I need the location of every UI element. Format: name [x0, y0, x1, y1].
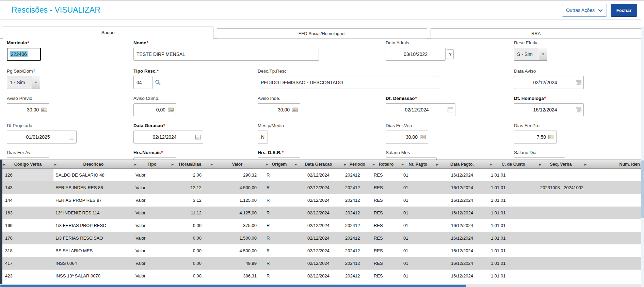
table-cell[interactable]: 16/12/2024	[435, 207, 489, 219]
table-cell[interactable]: 0,00	[171, 232, 210, 244]
aviso-previo-input[interactable]: 30,00	[7, 103, 49, 116]
table-row[interactable]: 417INSS 0064Valor0,0049,89R02/12/2024202…	[2, 257, 641, 270]
table-cell[interactable]: INSS 0064	[53, 257, 133, 270]
table-cell[interactable]: R	[265, 232, 294, 244]
table-cell[interactable]	[583, 257, 641, 270]
table-cell[interactable]: 49,89	[210, 257, 265, 270]
table-cell[interactable]: RES	[372, 169, 401, 181]
table-cell[interactable]: 02/12/2024	[294, 244, 343, 257]
table-cell[interactable]: Valor	[133, 270, 171, 282]
table-cell[interactable]	[538, 169, 583, 181]
table-cell[interactable]: 12,12	[171, 181, 210, 194]
table-cell[interactable]: R	[265, 181, 294, 194]
table-cell[interactable]: 16/12/2024	[435, 270, 489, 282]
table-cell[interactable]: 202412	[343, 257, 372, 270]
table-cell[interactable]: RES	[372, 232, 401, 244]
column-header-horas-dias[interactable]: ▶Horas/Dias	[171, 160, 210, 168]
table-row[interactable]: 1701/3 FERIAS RESCISAOValor0,001.500,00R…	[2, 232, 641, 244]
data-aviso-input[interactable]: 02/12/2024	[514, 76, 584, 89]
table-cell[interactable]: 2,00	[171, 169, 210, 181]
calculator-button[interactable]	[548, 135, 554, 139]
table-cell[interactable]	[538, 270, 583, 282]
table-cell[interactable]: 1.01.01	[489, 244, 538, 257]
table-cell[interactable]: 1.01.01	[489, 257, 538, 270]
table-cell[interactable]: 0,00	[171, 219, 210, 232]
horizontal-scrollbar[interactable]	[0, 284, 641, 287]
table-cell[interactable]: 202412	[343, 194, 372, 207]
table-cell[interactable]: 0,00	[171, 257, 210, 270]
table-cell[interactable]: 1.01.01	[489, 219, 538, 232]
calculator-button[interactable]	[420, 135, 426, 139]
table-cell[interactable]: R	[265, 270, 294, 282]
table-cell[interactable]: 3,12	[171, 194, 210, 207]
vertical-scrollbar-thumb[interactable]	[641, 160, 644, 218]
table-cell[interactable]: FERIAS INDEN RES 86	[53, 181, 133, 194]
table-cell[interactable]: 1.01.01	[489, 194, 538, 207]
table-cell[interactable]	[583, 181, 641, 194]
table-cell[interactable]: 02/12/2024	[294, 219, 343, 232]
table-cell[interactable]: Valor	[133, 181, 171, 194]
dt-projetada-input[interactable]: 01/01/2025	[7, 131, 77, 144]
table-cell[interactable]: RES	[372, 257, 401, 270]
pg-sabdom-select[interactable]: 1 - Sim ▼	[7, 76, 40, 89]
table-cell[interactable]: RES	[372, 244, 401, 257]
table-cell[interactable]	[538, 207, 583, 219]
table-cell[interactable]: 202412	[343, 207, 372, 219]
table-cell[interactable]: R	[265, 257, 294, 270]
table-cell[interactable]: 01	[401, 169, 435, 181]
table-cell[interactable]: 1.01.01	[489, 232, 538, 244]
table-cell[interactable]: 02/12/2024	[294, 181, 343, 194]
calculator-button[interactable]	[168, 108, 174, 112]
table-cell[interactable]: BS SALARIO MES	[53, 244, 133, 257]
aviso-cump-input[interactable]: 0,00	[133, 103, 176, 116]
table-cell[interactable]: 01	[401, 232, 435, 244]
table-cell[interactable]: 169	[2, 219, 53, 232]
table-cell[interactable]: 02/12/2024	[294, 169, 343, 181]
table-cell[interactable]: 0,00	[171, 244, 210, 257]
table-cell[interactable]: 290,32	[210, 169, 265, 181]
table-cell[interactable]	[583, 219, 641, 232]
column-header-data-pagto[interactable]: ▶Data Pagto.	[435, 160, 489, 168]
column-header-data-geracao[interactable]: ▶Data Geracao	[294, 160, 343, 168]
table-row[interactable]: 16313º INDENIZ RES 114Valor11,124.125,00…	[2, 207, 641, 219]
column-header-nr-pagto[interactable]: ▶Nr. Pagto	[401, 160, 435, 168]
table-cell[interactable]: 375,00	[210, 219, 265, 232]
table-cell[interactable]: 16/12/2024	[435, 194, 489, 207]
resc-efetiv-select[interactable]: S - Sim ▼	[514, 48, 547, 61]
table-cell[interactable]	[583, 232, 641, 244]
table-cell[interactable]: RES	[372, 194, 401, 207]
table-cell[interactable]: 01	[401, 219, 435, 232]
table-cell[interactable]: RES	[372, 181, 401, 194]
table-row[interactable]: 143FERIAS INDEN RES 86Valor12,124.500,00…	[2, 181, 641, 194]
table-cell[interactable]: 02/12/2024	[294, 257, 343, 270]
table-cell[interactable]: 126	[2, 169, 53, 181]
table-row[interactable]: 144FERIAS PROP RES 87Valor3,121.125,00R0…	[2, 194, 641, 207]
desc-tp-resc-input[interactable]: PEDIDO DEMISSAO - DESCONTADO	[258, 76, 439, 89]
table-cell[interactable]: 16/12/2024	[435, 169, 489, 181]
table-cell[interactable]: 16/12/2024	[435, 232, 489, 244]
tab-saque[interactable]: Saque	[3, 27, 213, 39]
calendar-button[interactable]	[448, 107, 453, 112]
other-actions-button[interactable]: Outras Ações	[562, 4, 607, 17]
table-cell[interactable]	[538, 232, 583, 244]
column-header-seq-verba[interactable]: ▶Seq. Verba	[538, 160, 583, 168]
table-cell[interactable]	[583, 207, 641, 219]
table-cell[interactable]: R	[265, 207, 294, 219]
table-cell[interactable]	[583, 244, 641, 257]
table-cell[interactable]: RES	[372, 270, 401, 282]
table-cell[interactable]: 144	[2, 194, 53, 207]
table-cell[interactable]: 1.125,00	[210, 194, 265, 207]
dias-fer-ven-input[interactable]: 30,00	[386, 131, 428, 144]
table-cell[interactable]: 02/12/2024	[294, 207, 343, 219]
table-cell[interactable]: 4.500,00	[210, 244, 265, 257]
dt-demissao-input[interactable]: 02/12/2024	[386, 103, 455, 116]
table-cell[interactable]: R	[265, 194, 294, 207]
help-button[interactable]: ?	[447, 49, 454, 59]
table-cell[interactable]: 1/3 FERIAS PROP RESC	[53, 219, 133, 232]
table-cell[interactable]: 202412	[343, 169, 372, 181]
table-cell[interactable]	[538, 244, 583, 257]
table-row[interactable]: 423INSS 13º SALAR 0070Valor0,00396,31R02…	[2, 270, 641, 282]
table-cell[interactable]: 170	[2, 232, 53, 244]
table-cell[interactable]: Valor	[133, 232, 171, 244]
table-cell[interactable]: 02/12/2024	[294, 194, 343, 207]
